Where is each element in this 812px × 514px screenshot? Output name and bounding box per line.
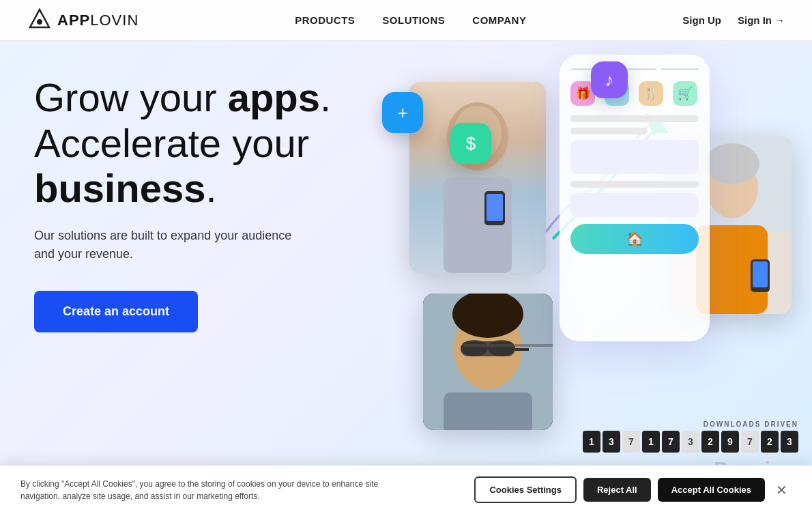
digit-11: 3 — [781, 431, 798, 453]
nav-solutions[interactable]: SOLUTIONS — [382, 14, 445, 26]
downloads-label: DOWNLOADS DRIVEN — [583, 420, 798, 428]
logo-text: APPLOVIN — [57, 12, 139, 29]
hero-headline: Grow your apps. Accelerate your business… — [34, 75, 375, 212]
cookies-settings-button[interactable]: Cookies Settings — [474, 476, 576, 503]
digit-1: 1 — [583, 431, 600, 453]
svg-rect-16 — [444, 392, 532, 430]
digit-2: 3 — [603, 431, 620, 453]
svg-rect-14 — [462, 344, 553, 347]
cookie-buttons: Cookies Settings Reject All Accept All C… — [474, 476, 792, 503]
cookie-text: By clicking "Accept All Cookies", you ag… — [20, 478, 416, 502]
digit-8: 9 — [721, 431, 739, 453]
digit-3: 7 — [622, 431, 640, 453]
photo-card-sunglasses — [423, 294, 553, 430]
svg-point-20 — [705, 143, 759, 184]
phone-home-btn: 🏠 — [570, 224, 699, 254]
logo-icon — [27, 8, 52, 33]
digit-6: 3 — [682, 431, 699, 453]
svg-rect-6 — [487, 194, 503, 221]
float-plus-icon: + — [382, 92, 423, 133]
navbar-right: Sign Up Sign In → — [682, 14, 785, 26]
photo-card-man — [409, 82, 546, 273]
svg-marker-0 — [30, 10, 49, 27]
digit-10: 2 — [761, 431, 779, 453]
hero-content: Grow your apps. Accelerate your business… — [34, 75, 375, 332]
logo[interactable]: APPLOVIN — [27, 8, 139, 33]
hero-subtitle: Our solutions are built to expand your a… — [34, 227, 293, 263]
phone-content-block-2 — [570, 193, 699, 217]
nav-company[interactable]: COMPANY — [472, 14, 526, 26]
phone-mockup: 🎁 ♪ 🍴 🛒 🏠 — [560, 55, 710, 341]
phone-content-line-2 — [570, 181, 699, 188]
digit-7: 2 — [701, 431, 719, 453]
person-sunglasses-image — [423, 294, 553, 430]
arrow-right-icon: → — [774, 14, 785, 26]
svg-point-12 — [461, 340, 488, 356]
navbar-center: PRODUCTS SOLUTIONS COMPANY — [295, 14, 526, 26]
digit-4: 1 — [642, 431, 660, 453]
float-music-icon: ♪ — [591, 61, 628, 98]
phone-content-line-short — [570, 128, 648, 134]
phone-content-block-1 — [570, 140, 699, 174]
navbar: APPLOVIN PRODUCTS SOLUTIONS COMPANY Sign… — [0, 0, 812, 41]
svg-point-13 — [488, 340, 515, 356]
cookie-close-button[interactable]: ✕ — [772, 482, 792, 498]
digit-5: 7 — [662, 431, 680, 453]
downloads-area: DOWNLOADS DRIVEN 1 3 7 1 7 3 2 9 7 2 3 — [583, 420, 798, 453]
svg-point-1 — [37, 19, 42, 25]
sign-up-button[interactable]: Sign Up — [682, 14, 721, 26]
person-man-image — [409, 82, 546, 273]
downloads-digits: 1 3 7 1 7 3 2 9 7 2 3 — [583, 431, 798, 453]
svg-rect-23 — [753, 261, 768, 287]
phone-header — [570, 68, 699, 70]
cookie-banner: By clicking "Accept All Cookies", you ag… — [0, 465, 812, 514]
float-dollar-icon: $ — [450, 123, 491, 164]
phone-app-icons: 🎁 ♪ 🍴 🛒 — [570, 81, 699, 106]
sign-in-button[interactable]: Sign In → — [738, 14, 785, 26]
reject-all-button[interactable]: Reject All — [583, 478, 651, 502]
accept-all-button[interactable]: Accept All Cookies — [658, 478, 765, 502]
phone-content-line — [570, 115, 699, 122]
digit-9: 7 — [741, 431, 759, 453]
nav-products[interactable]: PRODUCTS — [295, 14, 355, 26]
svg-rect-11 — [515, 348, 529, 351]
create-account-button[interactable]: Create an account — [34, 291, 198, 332]
